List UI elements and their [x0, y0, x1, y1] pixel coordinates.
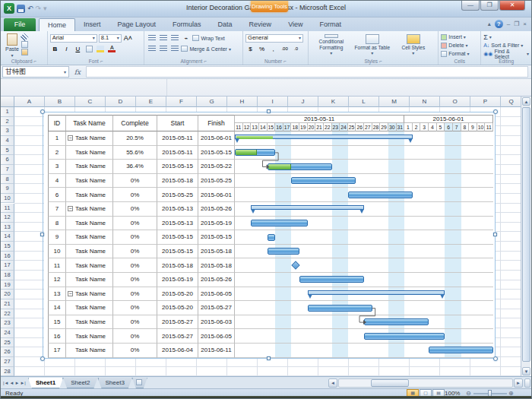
scroll-left-icon[interactable]: ◄: [328, 378, 337, 388]
row-header-1[interactable]: 1: [1, 107, 14, 117]
row-header-14[interactable]: 14: [1, 232, 14, 242]
gantt-bar-task[interactable]: [251, 220, 307, 226]
workbook-close-icon[interactable]: ×: [523, 21, 527, 27]
name-box[interactable]: 甘特图▾: [2, 66, 69, 78]
row-header-9[interactable]: 9: [1, 184, 14, 194]
row-header-3[interactable]: 3: [1, 126, 14, 136]
maximize-button[interactable]: ❐: [480, 1, 499, 11]
gantt-bar-task[interactable]: [268, 163, 332, 170]
row-header-27[interactable]: 27: [1, 357, 14, 367]
row-header-13[interactable]: 13: [1, 223, 14, 233]
comma-style-icon[interactable]: ,: [268, 45, 278, 53]
row-header-23[interactable]: 23: [1, 318, 14, 328]
row-header-7[interactable]: 7: [1, 165, 14, 175]
column-header-C[interactable]: C: [75, 97, 106, 107]
qat-dropdown-icon[interactable]: ▾: [43, 3, 47, 14]
row-header-15[interactable]: 15: [1, 242, 14, 252]
wrap-text-button[interactable]: Wrap Text: [192, 34, 224, 43]
selection-handle[interactable]: [40, 356, 45, 361]
gantt-bar-task[interactable]: [364, 333, 445, 340]
gantt-bar-summary[interactable]: [251, 205, 364, 214]
row-header-10[interactable]: 10: [1, 194, 14, 204]
format-as-table-button[interactable]: Format as Table▾: [352, 33, 393, 56]
cut-icon[interactable]: [20, 33, 28, 41]
delete-cells-button[interactable]: Delete▾: [441, 41, 478, 49]
align-right-icon[interactable]: [169, 45, 179, 53]
percent-style-icon[interactable]: %: [257, 45, 267, 53]
align-top-icon[interactable]: [147, 34, 157, 43]
vertical-scrollbar[interactable]: ▲ ▼: [521, 97, 530, 376]
selection-handle[interactable]: [40, 233, 44, 236]
prev-sheet-icon[interactable]: ◄: [10, 381, 14, 385]
row-header-25[interactable]: 25: [1, 338, 14, 348]
column-header-G[interactable]: G: [197, 97, 227, 107]
increase-decimal-icon[interactable]: .00: [280, 45, 290, 53]
row-header-26[interactable]: 26: [1, 347, 14, 357]
column-header-M[interactable]: M: [379, 97, 410, 107]
insert-worksheet-button[interactable]: [132, 378, 147, 388]
row-header-16[interactable]: 16: [1, 252, 14, 261]
next-sheet-icon[interactable]: ►: [14, 381, 19, 385]
row-header-18[interactable]: 18: [1, 271, 14, 280]
align-middle-icon[interactable]: [158, 34, 168, 43]
selection-handle[interactable]: [493, 233, 497, 236]
selection-handle[interactable]: [493, 109, 498, 114]
underline-button[interactable]: U: [73, 45, 83, 53]
column-header-N[interactable]: N: [410, 97, 440, 107]
ribbon-tab-data[interactable]: Data: [210, 18, 241, 31]
row-header-20[interactable]: 20: [1, 290, 14, 299]
last-sheet-icon[interactable]: ►|: [20, 381, 26, 385]
selection-handle[interactable]: [493, 356, 498, 361]
sheet-tab-sheet1[interactable]: Sheet1: [28, 378, 63, 388]
gantt-bar-task[interactable]: [364, 318, 429, 325]
decrease-decimal-icon[interactable]: .0: [291, 45, 301, 53]
orientation-icon[interactable]: ⌁: [181, 34, 191, 43]
scroll-down-icon[interactable]: ▼: [522, 367, 530, 375]
tab-split-handle[interactable]: [524, 378, 530, 388]
merge-center-button[interactable]: Merge & Center▾: [181, 45, 230, 53]
align-center-icon[interactable]: [158, 45, 168, 53]
close-button[interactable]: ✕: [499, 1, 525, 11]
select-all-corner[interactable]: [1, 97, 14, 107]
column-header-L[interactable]: L: [349, 97, 379, 107]
format-painter-icon[interactable]: [21, 49, 28, 55]
row-header-8[interactable]: 8: [1, 175, 14, 185]
borders-icon[interactable]: [84, 45, 94, 53]
row-header-11[interactable]: 11: [1, 204, 14, 214]
selection-handle[interactable]: [267, 109, 271, 113]
workbook-minimize-icon[interactable]: –: [507, 21, 510, 27]
column-header-K[interactable]: K: [318, 97, 349, 107]
first-sheet-icon[interactable]: |◄: [3, 381, 9, 385]
fx-icon[interactable]: fx: [69, 68, 86, 76]
align-left-icon[interactable]: [147, 45, 157, 53]
collapse-toggle-icon[interactable]: −: [68, 135, 73, 141]
collapse-toggle-icon[interactable]: −: [68, 291, 73, 296]
gantt-bar-task[interactable]: [308, 305, 372, 312]
row-header-2[interactable]: 2: [1, 117, 14, 127]
undo-icon[interactable]: ↶: [27, 3, 33, 14]
row-header-4[interactable]: 4: [1, 136, 14, 146]
column-header-I[interactable]: I: [258, 97, 288, 107]
ribbon-tab-home[interactable]: Home: [39, 18, 75, 31]
gantt-bar-summary[interactable]: [235, 135, 413, 143]
bold-button[interactable]: B: [50, 45, 60, 53]
row-header-28[interactable]: 28: [1, 367, 14, 377]
paste-button[interactable]: Paste▾: [3, 33, 21, 59]
ribbon-tab-insert[interactable]: Insert: [75, 18, 109, 31]
column-header-E[interactable]: E: [136, 97, 166, 107]
column-header-P[interactable]: P: [470, 97, 501, 107]
gantt-bar-task[interactable]: [291, 177, 356, 184]
minimize-button[interactable]: —: [461, 1, 480, 11]
insert-cells-button[interactable]: Insert▾: [441, 33, 478, 41]
ribbon-tab-format[interactable]: Format: [311, 18, 350, 31]
number-format-combo[interactable]: General▾: [245, 34, 303, 43]
grow-font-icon[interactable]: A˄: [123, 34, 133, 43]
gantt-bar-task[interactable]: [268, 234, 276, 241]
collapse-toggle-icon[interactable]: −: [68, 206, 73, 211]
accounting-format-icon[interactable]: $: [245, 45, 255, 53]
ribbon-tab-page-layout[interactable]: Page Layout: [109, 18, 165, 31]
font-name-combo[interactable]: Arial▾: [50, 34, 97, 43]
copy-icon[interactable]: [21, 41, 28, 48]
column-header-B[interactable]: B: [45, 97, 75, 107]
column-header-A[interactable]: A: [14, 97, 45, 107]
